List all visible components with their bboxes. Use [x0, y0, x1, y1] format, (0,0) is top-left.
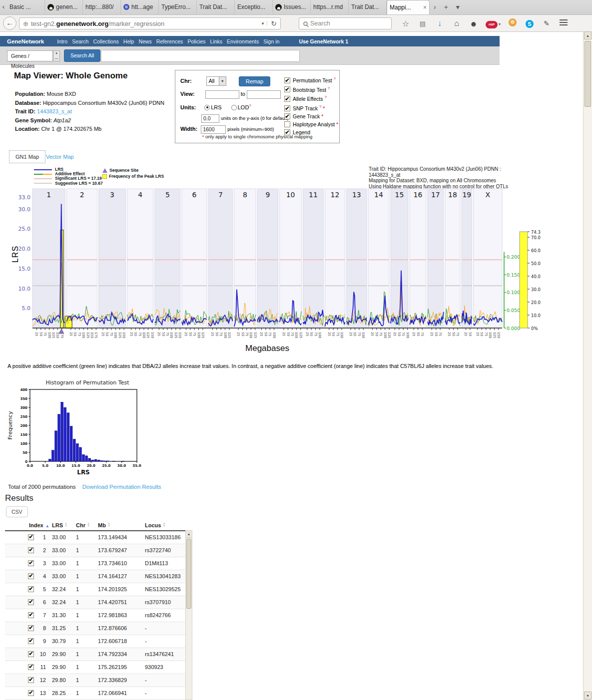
gn-nav-link-news[interactable]: News — [138, 38, 151, 44]
browser-tab[interactable]: TypeErro... — [159, 0, 197, 14]
checkbox-icon[interactable] — [284, 77, 290, 83]
checkbox-icon[interactable] — [284, 121, 290, 127]
messenger-icon[interactable]: ☻ — [465, 19, 482, 28]
row-checkbox[interactable] — [28, 677, 34, 683]
table-scroll-up-icon[interactable]: ▲ — [186, 531, 192, 538]
scroll-up-icon[interactable]: ▲ — [584, 31, 592, 39]
units-lrs-radio[interactable] — [204, 105, 210, 110]
units-help-icon[interactable]: ? — [249, 103, 251, 108]
menu-icon[interactable] — [555, 18, 572, 29]
sort-icon[interactable]: ▲▼ — [107, 522, 110, 527]
gn-brand[interactable]: GeneNetwork — [7, 38, 44, 44]
gn-nav-link-help[interactable]: Help — [123, 38, 134, 44]
browser-tab[interactable]: Issues... — [273, 0, 311, 14]
column-header-locus[interactable]: Locus▲▼ — [144, 520, 185, 531]
site-identity-icon[interactable]: ⊕ — [23, 20, 28, 27]
gn-nav-link-environments[interactable]: Environments — [227, 38, 259, 44]
row-checkbox[interactable] — [28, 651, 34, 657]
search-all-button[interactable]: Search All — [64, 49, 100, 62]
reading-list-icon[interactable]: ▤ — [414, 20, 431, 27]
remap-button[interactable]: Remap — [239, 76, 270, 86]
back-button[interactable]: ← — [3, 16, 16, 30]
option-bootstrap-test[interactable]: Bootstrap Test ? — [284, 84, 338, 94]
adblock-icon[interactable]: ABP▾ — [482, 18, 504, 28]
page-scroll-thumb[interactable] — [585, 41, 591, 107]
gn-nav-link-search[interactable]: Search — [72, 38, 88, 44]
option-haplotype-analyst[interactable]: Haplotype Analyst * — [284, 120, 338, 128]
option-gene-track[interactable]: Gene Track * — [284, 112, 338, 120]
gn-nav-link-references[interactable]: References — [156, 38, 183, 44]
browser-tab[interactable]: Trait Dat... — [349, 0, 387, 14]
csv-button[interactable]: CSV — [6, 506, 28, 517]
column-header-chr[interactable]: Chr▲▼ — [75, 520, 97, 531]
row-checkbox[interactable] — [28, 612, 34, 618]
row-checkbox[interactable] — [28, 534, 34, 540]
view-from-input[interactable] — [205, 90, 239, 99]
url-bar[interactable]: ⊕ test-gn2.genenetwork.org/marker_regres… — [19, 17, 281, 29]
row-checkbox[interactable] — [28, 586, 34, 592]
row-checkbox[interactable] — [28, 573, 34, 579]
home-icon[interactable]: ⌂ — [448, 19, 465, 28]
tab-overflow-icon[interactable]: › — [430, 0, 440, 14]
gn-nav-link-collections[interactable]: Collections — [93, 38, 118, 44]
checkbox-icon[interactable] — [284, 96, 290, 102]
category-caret-icon[interactable]: ▾— — [53, 50, 60, 61]
table-scroll-thumb[interactable] — [186, 539, 191, 609]
browser-tab[interactable]: Exceptio... — [235, 0, 273, 14]
gn-nav-link-links[interactable]: Links — [210, 38, 223, 44]
close-icon[interactable]: × — [423, 4, 427, 11]
download-permutation-link[interactable]: Download Permutation Results — [82, 484, 161, 490]
sort-icon[interactable]: ▲▼ — [87, 522, 90, 527]
skype-icon[interactable]: S — [521, 19, 538, 28]
browser-search-field[interactable]: Search — [299, 17, 392, 29]
checkbox-icon[interactable] — [284, 86, 290, 92]
sort-icon[interactable]: ▲▼ — [162, 522, 165, 527]
gn-nav-link-policies[interactable]: Policies — [187, 38, 205, 44]
tab-vector-map[interactable]: Vector Map — [46, 154, 74, 160]
download-icon[interactable]: ↓ — [431, 19, 448, 28]
units-lod-radio[interactable] — [231, 105, 237, 110]
option-allele-effects[interactable]: Allele Effects ? — [284, 93, 338, 103]
sort-icon[interactable]: ▲▼ — [64, 522, 67, 527]
row-checkbox[interactable] — [28, 547, 34, 553]
sort-asc-icon[interactable]: ▲ — [45, 524, 49, 528]
option-permutation-test[interactable]: Permutation Test ? — [284, 75, 338, 84]
tab-scroll-left-icon[interactable]: ‹ — [0, 0, 7, 14]
use-genenetwork1-link[interactable]: Use GeneNetwork 1 — [299, 38, 348, 44]
row-checkbox[interactable] — [28, 625, 34, 631]
reload-icon[interactable]: ↻ — [267, 19, 280, 27]
column-header-lrs[interactable]: LRS▲▼ — [51, 520, 75, 531]
browser-tab[interactable]: http:...880/ — [83, 0, 121, 14]
tab-list-caret-icon[interactable]: ▾ — [452, 0, 464, 14]
new-tab-button[interactable]: + — [440, 0, 452, 14]
page-scrollbar[interactable]: ▲ ▼ — [583, 31, 592, 700]
view-to-input[interactable] — [247, 90, 281, 99]
gn-search-input[interactable] — [101, 50, 300, 62]
trait-id-link[interactable]: 1443823_s_at — [37, 108, 72, 114]
checkbox-icon[interactable] — [284, 105, 290, 111]
avatar-icon[interactable] — [504, 18, 521, 28]
option-snp-track[interactable]: SNP Track ? * — [284, 103, 338, 112]
category-select[interactable]: Genes / Molecules — [7, 50, 53, 61]
browser-tab[interactable]: Mappi...× — [387, 0, 430, 14]
gn-nav-link-intro[interactable]: Intro — [57, 38, 67, 44]
row-checkbox[interactable] — [28, 638, 34, 644]
browser-tab[interactable]: Trait Dat... — [197, 0, 235, 14]
column-header-index[interactable]: Index▲ — [28, 520, 51, 531]
browser-tab[interactable]: https...r.md — [311, 0, 349, 14]
yaxis-input[interactable]: 0.0 — [201, 114, 219, 123]
tab-gn1-map[interactable]: GN1 Map — [9, 150, 45, 163]
chromosome-select[interactable]: All▼ — [206, 76, 226, 86]
option-legend[interactable]: Legend — [284, 128, 338, 136]
browser-tab[interactable]: genen... — [45, 0, 83, 14]
row-checkbox[interactable] — [28, 690, 34, 696]
url-dropdown-icon[interactable]: ▾ — [259, 21, 268, 26]
column-header-mb[interactable]: Mb▲▼ — [97, 520, 144, 531]
width-input[interactable]: 1600 — [201, 125, 226, 134]
table-scrollbar[interactable]: ▲ — [185, 530, 192, 700]
edit-icon[interactable]: ✎ — [538, 19, 555, 27]
bookmark-star-icon[interactable]: ☆ — [397, 19, 414, 28]
browser-tab[interactable]: Basic ... — [7, 0, 45, 14]
row-checkbox[interactable] — [28, 664, 34, 670]
gn-nav-link-sign-in[interactable]: Sign in — [263, 38, 279, 44]
